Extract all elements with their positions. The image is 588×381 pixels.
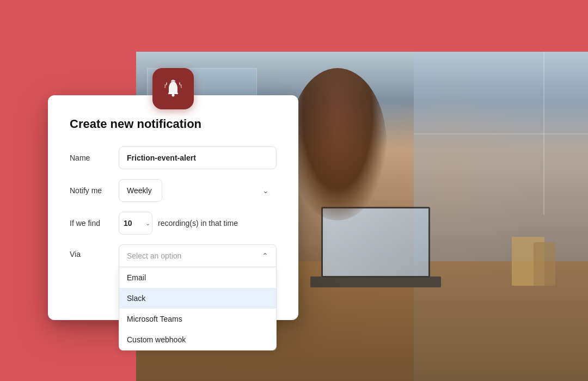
via-option-custom-webhook[interactable]: Custom webhook — [119, 329, 276, 350]
person-silhouette — [289, 68, 387, 220]
modal-dialog: Create new notification Name Notify me D… — [48, 95, 298, 320]
name-row: Name — [70, 146, 277, 169]
notify-me-select[interactable]: Daily Weekly Monthly — [119, 179, 162, 202]
via-option-slack[interactable]: Slack — [119, 288, 276, 309]
laptop-base — [310, 276, 441, 287]
number-select[interactable]: 1 5 10 20 50 100 — [119, 212, 152, 235]
via-dropdown-options: Email Slack Microsoft Teams Custom webho… — [119, 267, 277, 351]
via-option-email[interactable]: Email — [119, 267, 276, 288]
via-row: Via Select an option ⌃ Email Slack Micro… — [70, 244, 277, 267]
via-placeholder: Select an option — [127, 251, 181, 260]
svg-point-1 — [172, 94, 175, 97]
if-we-find-row: If we find 1 5 10 20 50 100 ⌄ recording(… — [70, 212, 277, 235]
recordings-text: recording(s) in that time — [158, 219, 238, 228]
notify-me-select-wrapper: Daily Weekly Monthly ⌄ — [119, 179, 277, 202]
via-option-microsoft-teams[interactable]: Microsoft Teams — [119, 309, 276, 329]
window-divider-v — [414, 133, 588, 134]
desk-item-2 — [534, 242, 555, 286]
via-label: Via — [70, 244, 119, 259]
if-we-find-label: If we find — [70, 219, 119, 228]
modal-title: Create new notification — [70, 117, 277, 131]
via-dropdown-wrapper[interactable]: Select an option ⌃ Email Slack Microsoft… — [119, 244, 277, 267]
if-we-find-content: 1 5 10 20 50 100 ⌄ recording(s) in that … — [119, 212, 238, 235]
name-label: Name — [70, 153, 119, 162]
notify-chevron-down-icon: ⌄ — [262, 186, 269, 195]
name-input[interactable] — [119, 146, 277, 169]
bell-icon-container — [152, 68, 194, 109]
notify-me-label: Notify me — [70, 186, 119, 195]
via-chevron-up-icon: ⌃ — [262, 251, 268, 260]
bell-icon — [162, 78, 184, 100]
number-select-wrapper: 1 5 10 20 50 100 ⌄ — [119, 212, 152, 235]
via-trigger[interactable]: Select an option ⌃ — [119, 244, 277, 267]
notify-me-row: Notify me Daily Weekly Monthly ⌄ — [70, 179, 277, 202]
